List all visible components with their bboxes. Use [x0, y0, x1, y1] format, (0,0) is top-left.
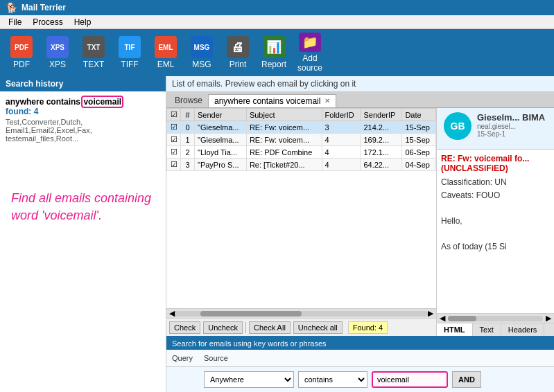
row-date: 15-Sep — [402, 121, 436, 134]
pdf-icon: PDF — [10, 36, 33, 58]
email-table: ☑ # Sender Subject FolderID SenderIP Dat… — [166, 108, 436, 171]
anywhere-select[interactable]: AnywhereSubjectFromToBody — [204, 371, 294, 388]
menu-process[interactable]: Process — [27, 16, 68, 28]
left-panel: Search history anywhere contains voicema… — [0, 76, 166, 392]
and-button[interactable]: AND — [452, 371, 481, 388]
search-history-content: anywhere contains voicemail found: 4 Tes… — [0, 91, 166, 392]
menu-file[interactable]: File — [3, 16, 27, 28]
row-sender: "Gieselma... — [195, 134, 247, 146]
scrollbar-track[interactable] — [175, 311, 428, 317]
search-text-input[interactable] — [372, 371, 448, 388]
preview-scroll-right-icon[interactable]: ▶ — [546, 314, 551, 323]
email-list: ☑ # Sender Subject FolderID SenderIP Dat… — [166, 108, 437, 336]
scrollbar-thumb[interactable] — [200, 311, 302, 317]
toolbar-print-label: Print — [230, 60, 247, 69]
toolbar-msg-label: MSG — [192, 60, 211, 69]
row-num: 3 — [181, 159, 195, 171]
avatar: GB — [444, 112, 471, 140]
email-table-scroll[interactable]: ☑ # Sender Subject FolderID SenderIP Dat… — [166, 108, 436, 308]
source-label: Source — [204, 354, 228, 362]
row-senderip: 64.22... — [361, 159, 402, 171]
toolbar-pdf[interactable]: PDF PDF — [6, 33, 37, 73]
table-row[interactable]: ☑ 0 "Gieselma... RE: Fw: voicem... 3 214… — [167, 121, 436, 134]
toolbar-eml-label: EML — [157, 60, 175, 69]
table-row[interactable]: ☑ 1 "Gieselma... RE: Fw: voicem... 4 169… — [167, 134, 436, 146]
uncheck-all-button[interactable]: Uncheck all — [293, 321, 343, 334]
row-date: 04-Sep — [402, 159, 436, 171]
check-all-button[interactable]: Check All — [249, 321, 291, 334]
uncheck-button[interactable]: Uncheck — [203, 321, 243, 334]
found-count: found: 4 — [6, 107, 160, 116]
email-preview: GB Gieselm... BIMA neal.giesel... 15-Sep… — [437, 108, 554, 336]
col-check[interactable]: ☑ — [167, 109, 181, 121]
query-label-row: Query Source — [166, 350, 554, 367]
xps-icon: XPS — [46, 36, 69, 58]
toolbar-report[interactable]: 📊 Report — [258, 33, 290, 73]
toolbar-text[interactable]: TXT TEXT — [78, 33, 110, 73]
toolbar-pdf-label: PDF — [13, 60, 30, 69]
col-num[interactable]: # — [181, 109, 195, 121]
search-query[interactable]: anywhere contains voicemail — [6, 97, 160, 107]
row-checkbox[interactable]: ☑ — [167, 121, 181, 134]
col-subject[interactable]: Subject — [246, 109, 322, 121]
row-senderip: 214.2... — [361, 121, 402, 134]
col-folderid[interactable]: FolderID — [322, 109, 361, 121]
toolbar-msg[interactable]: MSG MSG — [186, 33, 218, 73]
text-icon: TXT — [83, 36, 105, 58]
table-scrollbar[interactable]: ◀ ▶ — [166, 308, 436, 318]
scroll-left-icon[interactable]: ◀ — [169, 309, 175, 318]
tab-close-icon[interactable]: ✕ — [324, 97, 330, 105]
check-button[interactable]: Check — [169, 321, 200, 334]
eml-icon: EML — [155, 36, 177, 58]
preview-body: RE: Fw: voicemail fo... (UNCLASSiFiED) C… — [437, 150, 554, 313]
toolbar-xps-label: XPS — [49, 60, 66, 69]
toolbar-tiff[interactable]: TIF TIFF — [114, 33, 146, 73]
main-content: Search history anywhere contains voicema… — [0, 76, 554, 392]
title-bar: 🐕 Mail Terrier — [0, 0, 554, 15]
preview-scrollbar-track[interactable] — [448, 316, 543, 321]
row-senderip: 169.2... — [361, 134, 402, 146]
search-tab[interactable]: anywhere contains voicemail ✕ — [208, 94, 336, 107]
toolbar-text-label: TEXT — [83, 60, 105, 69]
found-badge: Found: 4 — [348, 321, 388, 334]
preview-scrollbar[interactable]: ◀ ▶ — [437, 313, 554, 323]
menu-help[interactable]: Help — [69, 16, 97, 28]
row-sender: "PayPro S... — [195, 159, 247, 171]
row-folderid: 3 — [322, 121, 361, 134]
col-date[interactable]: Date — [402, 109, 436, 121]
contains-select[interactable]: containsdoes not containstarts withends … — [298, 371, 367, 388]
preview-tab-text[interactable]: Text — [473, 323, 501, 336]
query-area: Search for emails using key words or phr… — [166, 336, 554, 392]
query-input-row: AnywhereSubjectFromToBody containsdoes n… — [166, 367, 554, 392]
table-row[interactable]: ☑ 3 "PayPro S... Re: [Ticket#20... 4 64.… — [167, 159, 436, 171]
toolbar-report-label: Report — [261, 60, 286, 69]
row-checkbox[interactable]: ☑ — [167, 146, 181, 159]
toolbar-xps[interactable]: XPS XPS — [42, 33, 73, 73]
row-num: 0 — [181, 121, 195, 134]
toolbar-print[interactable]: 🖨 Print — [222, 33, 254, 73]
scroll-right-icon[interactable]: ▶ — [428, 309, 433, 318]
table-footer: Check Uncheck Check All Uncheck all Foun… — [166, 318, 436, 336]
tab-label: anywhere contains voicemail — [214, 96, 320, 106]
col-senderip[interactable]: SenderIP — [361, 109, 402, 121]
search-history-header: Search history — [0, 76, 166, 91]
table-row[interactable]: ☑ 2 "Lloyd Tia... RE: PDF Combine 4 172.… — [167, 146, 436, 159]
query-label: Query — [172, 354, 200, 362]
browse-label: Browse — [169, 93, 208, 107]
row-folderid: 4 — [322, 134, 361, 146]
preview-classification: Classification: UNCaveats: FOUOHello,As … — [441, 176, 550, 253]
row-checkbox[interactable]: ☑ — [167, 134, 181, 146]
app-title: Mail Terrier — [21, 3, 66, 12]
preview-scrollbar-thumb[interactable] — [448, 316, 476, 321]
row-sender: "Gieselma... — [195, 121, 247, 134]
right-panel: List of emails. Preview each email by cl… — [166, 76, 554, 392]
row-checkbox[interactable]: ☑ — [167, 159, 181, 171]
preview-scroll-left-icon[interactable]: ◀ — [440, 314, 445, 323]
preview-tab-html[interactable]: HTML — [437, 323, 473, 336]
row-num: 2 — [181, 146, 195, 159]
toolbar-addsource[interactable]: 📁 Add source — [294, 33, 326, 73]
toolbar-eml[interactable]: EML EML — [150, 33, 182, 73]
col-sender[interactable]: Sender — [195, 109, 247, 121]
preview-tab-headers[interactable]: Headers — [501, 323, 545, 336]
email-table-area: ☑ # Sender Subject FolderID SenderIP Dat… — [166, 108, 554, 336]
